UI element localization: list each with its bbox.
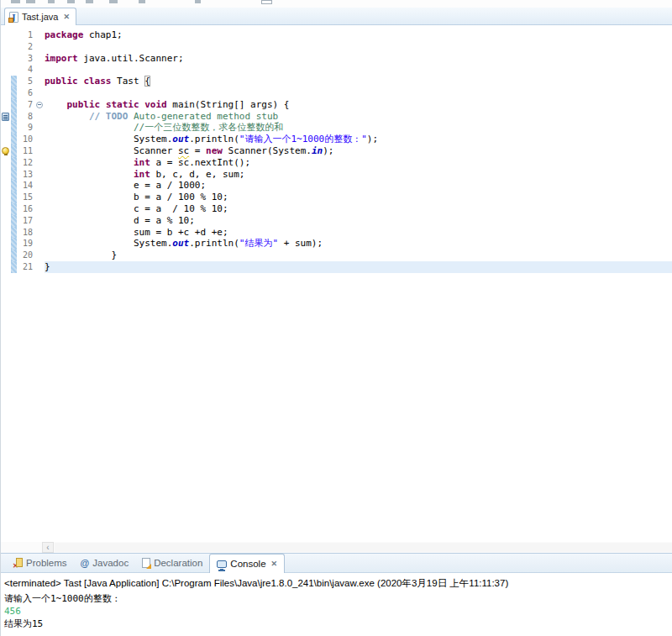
code-line[interactable]: 17 d = a % 10; [1,215,672,227]
code-line[interactable]: 15 b = a / 100 % 10; [1,192,672,203]
code-text[interactable]: public static void main(String[] args) { [45,99,672,111]
code-text[interactable]: // TODO Auto-generated method stub [45,111,672,123]
line-number[interactable]: 3 [17,53,35,65]
annotation-ruler-cell[interactable] [1,169,11,181]
hscroll-track[interactable] [55,543,672,552]
code-text[interactable]: d = a % 10; [45,215,672,227]
annotation-ruler-cell[interactable] [1,122,11,134]
code-line[interactable]: 10 System.out.println("请输入一个1~1000的整数：")… [1,134,672,145]
console-output[interactable]: 请输入一个1~1000的整数：456结果为15 [4,592,672,630]
code-text[interactable]: sum = b +c +d +e; [45,227,672,239]
code-text[interactable]: //一个三位数整数，求各位整数的和 [45,122,672,134]
code-line[interactable]: 14 e = a / 1000; [1,180,672,192]
editor-hscrollbar[interactable]: ‹ [1,542,672,553]
annotation-ruler-cell[interactable] [1,203,11,215]
annotation-ruler-cell[interactable] [1,87,11,99]
line-number[interactable]: 7 [17,99,35,111]
annotation-ruler-cell[interactable] [1,145,11,157]
line-number[interactable]: 5 [17,76,35,87]
annotation-ruler-cell[interactable] [1,261,11,273]
annotation-ruler-cell[interactable] [1,227,11,239]
annotation-ruler-cell[interactable] [1,157,11,169]
code-text[interactable]: System.out.println("请输入一个1~1000的整数："); [45,134,672,145]
editor-tab-tast-java[interactable]: J Tast.java ✕ [4,8,76,25]
line-number[interactable]: 21 [17,261,35,273]
code-text[interactable]: package chap1; [45,29,672,41]
annotation-ruler-cell[interactable] [1,180,11,192]
code-line[interactable]: 3import java.util.Scanner; [1,53,672,65]
line-number[interactable]: 10 [17,134,35,145]
code-text[interactable] [45,87,672,99]
code-line[interactable]: 12 int a = sc.nextInt(); [1,157,672,169]
code-text[interactable] [45,64,672,76]
annotation-ruler-cell[interactable] [1,64,11,76]
line-number[interactable]: 13 [17,169,35,181]
line-number[interactable]: 9 [17,122,35,134]
code-line[interactable]: 11 Scanner sc = new Scanner(System.in); [1,145,672,157]
line-number[interactable]: 14 [17,180,35,192]
fold-column [35,215,45,227]
collapse-icon[interactable] [36,102,43,108]
annotation-ruler-cell[interactable] [1,29,11,41]
line-number[interactable]: 8 [17,111,35,123]
tab-declaration[interactable]: Declaration [135,554,209,572]
line-number[interactable]: 16 [17,203,35,215]
code-text[interactable]: b = a / 100 % 10; [45,192,672,203]
code-line[interactable]: 1package chap1; [1,29,672,41]
line-number[interactable]: 2 [17,41,35,53]
code-text[interactable]: c = a / 10 % 10; [45,203,672,215]
editor-tab-title: Tast.java [22,12,58,22]
scroll-left-arrow-icon[interactable]: ‹ [42,542,54,553]
annotation-ruler-cell[interactable] [1,53,11,65]
code-line[interactable]: 13 int b, c, d, e, sum; [1,169,672,181]
annotation-ruler-cell[interactable] [1,76,11,87]
tab-javadoc[interactable]: @Javadoc [74,554,136,572]
code-line[interactable]: 19 System.out.println("结果为" + sum); [1,238,672,250]
fold-column [35,180,45,192]
code-text[interactable]: int a = sc.nextInt(); [45,157,672,169]
code-text[interactable]: System.out.println("结果为" + sum); [45,238,672,250]
code-text[interactable]: e = a / 1000; [45,180,672,192]
code-line[interactable]: 18 sum = b +c +d +e; [1,227,672,239]
code-text[interactable]: int b, c, d, e, sum; [45,169,672,181]
line-number[interactable]: 19 [17,238,35,250]
annotation-ruler-cell[interactable] [1,134,11,145]
code-line[interactable]: 21} [1,261,672,273]
code-line[interactable]: 7 public static void main(String[] args)… [1,99,672,111]
line-number[interactable]: 6 [17,87,35,99]
line-number[interactable]: 11 [17,145,35,157]
code-line[interactable]: 8 // TODO Auto-generated method stub [1,111,672,123]
annotation-ruler-cell[interactable] [1,99,11,111]
annotation-ruler-cell[interactable] [1,215,11,227]
code-text[interactable]: import java.util.Scanner; [45,53,672,65]
code-text[interactable]: } [45,261,672,273]
code-editor[interactable]: 1package chap1;23import java.util.Scanne… [1,25,672,542]
line-number[interactable]: 15 [17,192,35,203]
line-number[interactable]: 12 [17,157,35,169]
code-line[interactable]: 6 [1,87,672,99]
annotation-ruler-cell[interactable] [1,192,11,203]
code-line[interactable]: 2 [1,41,672,53]
line-number[interactable]: 18 [17,227,35,239]
code-line[interactable]: 4 [1,64,672,76]
code-text[interactable]: Scanner sc = new Scanner(System.in); [45,145,672,157]
annotation-ruler-cell[interactable] [1,238,11,250]
code-line[interactable]: 9 //一个三位数整数，求各位整数的和 [1,122,672,134]
tab-close-icon[interactable]: ✕ [61,13,70,21]
code-line[interactable]: 20 } [1,250,672,261]
tab-problems[interactable]: Problems [6,554,74,572]
code-line[interactable]: 5public class Tast { [1,76,672,87]
code-line[interactable]: 16 c = a / 10 % 10; [1,203,672,215]
line-number[interactable]: 1 [17,29,35,41]
code-text[interactable]: } [45,250,672,261]
code-text[interactable] [45,41,672,53]
annotation-ruler-cell[interactable] [1,41,11,53]
annotation-ruler-cell[interactable] [1,111,11,123]
line-number[interactable]: 4 [17,64,35,76]
line-number[interactable]: 20 [17,250,35,261]
code-text[interactable]: public class Tast { [45,76,672,87]
line-number[interactable]: 17 [17,215,35,227]
annotation-ruler-cell[interactable] [1,250,11,261]
tab-console[interactable]: Console✕ [209,554,285,573]
tab-close-icon[interactable]: ✕ [270,560,278,568]
